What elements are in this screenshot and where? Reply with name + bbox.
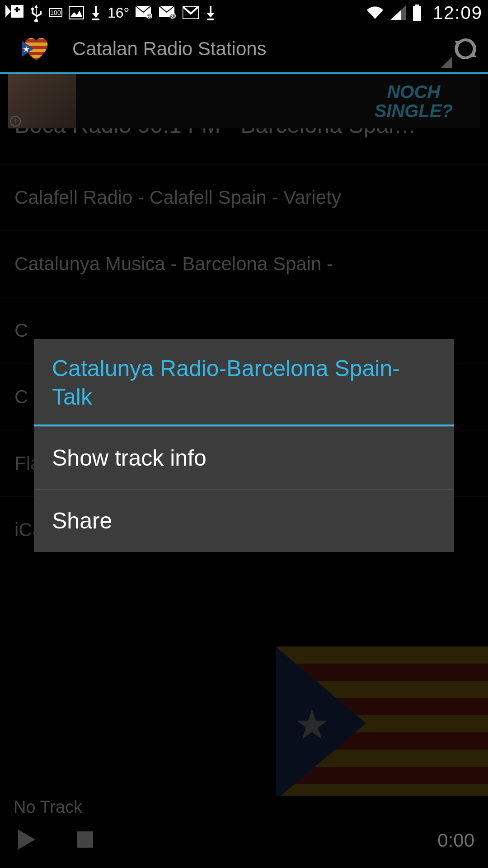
app-logo-icon: ★: [22, 36, 51, 61]
wifi-icon: [366, 5, 384, 20]
mail-at-icon-2: @: [159, 6, 176, 19]
mail-at-icon: @: [136, 6, 153, 19]
new-tab-icon: [5, 5, 23, 20]
dialog-title: Catalunya Radio-Barcelona Spain-Talk: [34, 339, 454, 425]
gmail-icon: [183, 6, 199, 19]
context-menu-dialog: Catalunya Radio-Barcelona Spain-Talk Sho…: [34, 339, 454, 552]
svg-rect-11: [413, 6, 421, 21]
svg-text:@: @: [146, 13, 152, 19]
clock: 12:09: [433, 3, 483, 23]
usb-icon: [30, 4, 42, 22]
svg-rect-2: [69, 6, 84, 19]
battery-100-icon: 100: [49, 8, 62, 17]
dropdown-indicator-icon[interactable]: [441, 57, 452, 68]
cell-signal-icon: [390, 5, 406, 20]
status-bar: 100 16° @ @ 12:09: [0, 0, 488, 25]
svg-text:@: @: [170, 13, 175, 19]
app-title[interactable]: Catalan Radio Stations: [72, 38, 432, 60]
menu-item-share[interactable]: Share: [34, 489, 454, 552]
svg-rect-1: [16, 7, 18, 12]
temperature-indicator: 16°: [108, 5, 129, 21]
image-icon: [69, 6, 84, 19]
battery-full-icon: [412, 5, 422, 21]
svg-rect-10: [415, 5, 419, 6]
menu-item-show-track-info[interactable]: Show track info: [34, 426, 454, 489]
refresh-button[interactable]: [452, 35, 479, 62]
download-icon: [90, 5, 101, 20]
app-bar: ★ Catalan Radio Stations: [0, 25, 488, 72]
download-icon-2: [205, 5, 216, 20]
